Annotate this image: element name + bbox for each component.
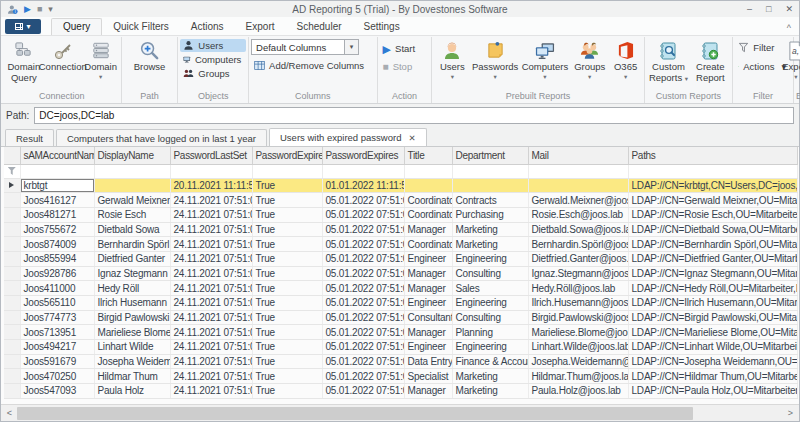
grid-cell[interactable]: Coordinator	[404, 193, 452, 208]
grid-cell[interactable]: LDAP://CN=Dietfried Ganter,OU=Mitarbeite…	[628, 251, 798, 266]
grid-cell[interactable]	[94, 178, 170, 193]
grid-cell[interactable]: Rosie Esch	[94, 207, 170, 222]
grid-cell[interactable]: Joos470250	[20, 369, 94, 384]
grid-cell[interactable]: Consulting	[452, 310, 528, 325]
grid-cell[interactable]: True	[252, 222, 322, 237]
grid-cell[interactable]: 05.01.2022 07:51:03	[322, 369, 404, 384]
grid-cell[interactable]: Paula.Holz@joos.lab	[528, 384, 628, 399]
table-row[interactable]: Joos755672Dietbald Sowa24.11.2021 07:51:…	[4, 222, 798, 237]
table-row[interactable]: Joos494217Linhart Wilde24.11.2021 07:51:…	[4, 340, 798, 355]
column-header[interactable]: PasswordExpired	[252, 147, 322, 164]
scroll-left-icon[interactable]: <	[2, 408, 17, 418]
add-remove-columns-button[interactable]: Add/Remove Columns	[251, 59, 375, 72]
grid-cell[interactable]: 05.01.2022 07:51:02	[322, 193, 404, 208]
grid-cell[interactable]: Joos481271	[20, 207, 94, 222]
grid-cell[interactable]: Joos774773	[20, 310, 94, 325]
table-row[interactable]: Joos928786Ignaz Stegmann24.11.2021 07:51…	[4, 266, 798, 281]
grid-cell[interactable]: 24.11.2021 07:51:03	[170, 369, 252, 384]
grid-cell[interactable]: 05.01.2022 07:51:03	[322, 296, 404, 311]
grid-cell[interactable]: 05.01.2022 07:51:02	[322, 266, 404, 281]
grid-cell[interactable]: LDAP://CN=Birgid Pawlowski,OU=Mitarbeite…	[628, 310, 798, 325]
path-input[interactable]	[34, 107, 794, 124]
grid-cell[interactable]: Hildmar Thum	[94, 369, 170, 384]
tab-settings[interactable]: Settings	[353, 19, 411, 35]
grid-cell[interactable]: 05.01.2022 07:51:03	[322, 384, 404, 399]
tab-export[interactable]: Export	[235, 19, 286, 35]
grid-cell[interactable]: 05.01.2022 07:51:02	[322, 237, 404, 252]
grid-cell[interactable]: Ilrich Husemann	[94, 296, 170, 311]
grid-cell[interactable]	[404, 178, 452, 193]
grid-cell[interactable]: Marketing	[452, 237, 528, 252]
grid-cell[interactable]: Marieliese Blome	[94, 325, 170, 340]
grid-cell[interactable]: LDAP://CN=Linhart Wilde,OU=Mitarbeiter,D…	[628, 340, 798, 355]
tab-quick-filters[interactable]: Quick Filters	[102, 19, 180, 35]
grid-cell[interactable]: Bernhardin.Spörl@joos.lab	[528, 237, 628, 252]
grid-cell[interactable]: 24.11.2021 07:51:02	[170, 222, 252, 237]
grid-cell[interactable]: 24.11.2021 07:51:02	[170, 207, 252, 222]
grid-cell[interactable]: Linhart.Wilde@joos.lab	[528, 340, 628, 355]
tab-close-icon[interactable]: ✕	[408, 133, 415, 143]
grid-cell[interactable]: Engineering	[452, 340, 528, 355]
combo-dropdown-icon[interactable]: ▾	[344, 40, 358, 54]
grid-cell[interactable]: 01.01.2022 11:11:57	[322, 178, 404, 193]
report-o365-button[interactable]: O365 ▾	[610, 37, 642, 80]
grid-cell[interactable]: True	[252, 251, 322, 266]
grid-cell[interactable]: Bernhardin Spörl	[94, 237, 170, 252]
grid-cell[interactable]: Paula Holz	[94, 384, 170, 399]
stop-button[interactable]: ■ Stop	[380, 60, 430, 73]
table-row[interactable]: Joos547093Paula Holz24.11.2021 07:51:03T…	[4, 384, 798, 399]
column-header[interactable]: Mail	[528, 147, 628, 164]
grid-cell[interactable]: 24.11.2021 07:51:02	[170, 251, 252, 266]
grid-cell[interactable]: True	[252, 354, 322, 369]
grid-cell[interactable]: LDAP://CN=Gerwald Meixner,OU=Mitarbeiter…	[628, 193, 798, 208]
grid-cell[interactable]: Josepha Weidemann	[94, 354, 170, 369]
user-connect-icon[interactable]: i	[7, 4, 18, 15]
grid-cell[interactable]: Linhart Wilde	[94, 340, 170, 355]
grid-cell[interactable]: Joos591679	[20, 354, 94, 369]
grid-cell[interactable]: True	[252, 369, 322, 384]
start-button[interactable]: ▶ Start	[380, 42, 430, 55]
grid-cell[interactable]: Specialist	[404, 369, 452, 384]
minimize-button[interactable]: –	[747, 4, 752, 14]
grid-cell[interactable]: Marieliese.Blome@joos.lab	[528, 325, 628, 340]
filter-cell[interactable]	[404, 164, 452, 178]
grid-cell[interactable]: Joos755672	[20, 222, 94, 237]
grid-cell[interactable]: LDAP://CN=Hedy Röll,OU=Mitarbeiter,DC=jo…	[628, 281, 798, 296]
report-groups-button[interactable]: Groups ▾	[570, 37, 610, 80]
grid-cell[interactable]: Data Entry	[404, 354, 452, 369]
grid-cell[interactable]: Ilrich.Husemann@joos.lab	[528, 296, 628, 311]
column-header[interactable]: PasswordExpires	[322, 147, 404, 164]
table-row[interactable]: Joos565110Ilrich Husemann24.11.2021 07:5…	[4, 296, 798, 311]
grid-cell[interactable]: Coordinator	[404, 207, 452, 222]
qat-dropdown-icon[interactable]: ▾	[48, 4, 53, 14]
create-report-button[interactable]: Create Report	[690, 37, 730, 83]
maximize-button[interactable]: □	[766, 4, 771, 14]
columns-combobox[interactable]: Default Columns ▾	[251, 39, 359, 55]
grid-cell[interactable]: Ignaz Stegmann	[94, 266, 170, 281]
grid-cell[interactable]	[452, 178, 528, 193]
grid-cell[interactable]: True	[252, 207, 322, 222]
grid-cell[interactable]: True	[252, 296, 322, 311]
grid-cell[interactable]: Hedy.Röll@joos.lab	[528, 281, 628, 296]
grid-cell[interactable]: Engineer	[404, 296, 452, 311]
grid-cell[interactable]: Engineer	[404, 340, 452, 355]
grid-cell[interactable]: LDAP://CN=Marieliese Blome,OU=Mitarbeite…	[628, 325, 798, 340]
grid-cell[interactable]: LDAP://CN=Hildmar Thum,OU=Mitarbeiter,DC…	[628, 369, 798, 384]
column-header[interactable]: Paths	[628, 147, 798, 164]
grid-cell[interactable]: Joos565110	[20, 296, 94, 311]
grid-cell[interactable]: Contracts	[452, 193, 528, 208]
filter-cell[interactable]	[628, 164, 798, 178]
table-row[interactable]: Joos481271Rosie Esch24.11.2021 07:51:02T…	[4, 207, 798, 222]
stop-icon[interactable]: ■	[37, 4, 42, 14]
filter-cell[interactable]	[452, 164, 528, 178]
grid-cell[interactable]: Rosie.Esch@joos.lab	[528, 207, 628, 222]
grid-cell[interactable]: True	[252, 266, 322, 281]
connection-button[interactable]: Connection	[43, 37, 83, 73]
table-row[interactable]: Joos470250Hildmar Thum24.11.2021 07:51:0…	[4, 369, 798, 384]
filter-cell[interactable]	[322, 164, 404, 178]
browse-button[interactable]: Browse	[127, 37, 173, 73]
run-icon[interactable]: ▶	[24, 4, 31, 14]
grid-cell[interactable]: 05.01.2022 07:51:03	[322, 354, 404, 369]
table-row[interactable]: Joos874009Bernhardin Spörl24.11.2021 07:…	[4, 237, 798, 252]
grid-cell[interactable]: 20.11.2021 11:11:57	[170, 178, 252, 193]
